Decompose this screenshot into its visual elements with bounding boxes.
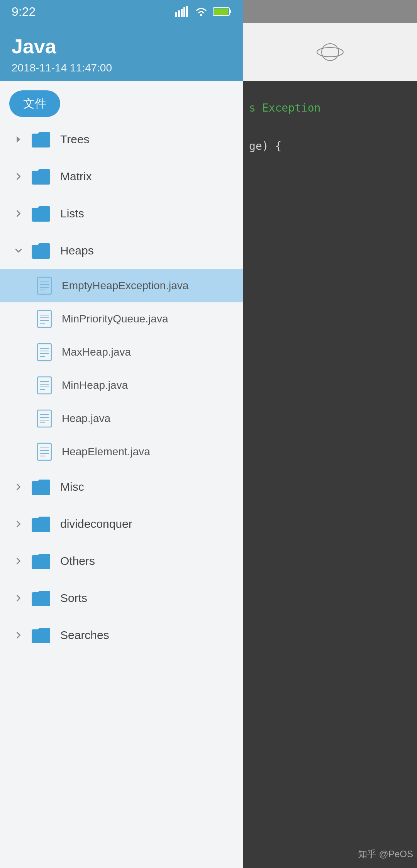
folder-icon-others xyxy=(29,549,53,573)
file-label-minpriorityqueue: MinPriorityQueue.java xyxy=(62,313,168,325)
file-label-minheap: MinHeap.java xyxy=(62,379,128,392)
svg-rect-26 xyxy=(37,377,51,394)
svg-point-10 xyxy=(317,47,343,57)
code-background: s Exception ge) { xyxy=(243,81,417,868)
folder-label-sorts: Sorts xyxy=(60,592,87,605)
folder-icon-misc xyxy=(29,475,53,498)
header-title: Java xyxy=(12,35,232,58)
planet-icon-area xyxy=(243,23,417,81)
folder-icon-divideconquer xyxy=(29,512,53,536)
watermark: 知乎 @PeOS xyxy=(358,848,413,860)
file-icon-emptyheap xyxy=(35,276,54,295)
svg-point-9 xyxy=(322,44,339,61)
folder-item-sorts[interactable]: Sorts xyxy=(0,580,243,617)
svg-rect-3 xyxy=(183,7,185,17)
folder-label-others: Others xyxy=(60,554,95,568)
file-icon-maxheap xyxy=(35,342,54,362)
folder-icon-searches xyxy=(29,624,53,647)
folder-label-trees: Trees xyxy=(60,133,90,146)
folder-item-matrix[interactable]: Matrix xyxy=(0,158,243,195)
svg-point-5 xyxy=(200,14,202,16)
folder-icon-trees xyxy=(29,128,53,151)
svg-rect-16 xyxy=(37,310,51,327)
file-badge[interactable]: 文件 xyxy=(9,90,60,117)
chevron-right-icon xyxy=(12,480,25,494)
chevron-down-icon xyxy=(12,244,25,258)
file-label-heapelement: HeapElement.java xyxy=(62,446,150,458)
folder-label-matrix: Matrix xyxy=(60,170,92,183)
chevron-right-icon xyxy=(12,591,25,605)
folder-label-misc: Misc xyxy=(60,480,84,493)
chevron-right-icon xyxy=(12,132,25,146)
folder-label-searches: Searches xyxy=(60,629,109,642)
svg-rect-2 xyxy=(181,9,183,17)
folder-item-trees[interactable]: Trees xyxy=(0,121,243,158)
chevron-right-icon xyxy=(12,207,25,220)
svg-rect-11 xyxy=(37,277,51,294)
svg-rect-36 xyxy=(37,443,51,460)
folder-item-others[interactable]: Others xyxy=(0,542,243,580)
file-item-minpriorityqueue[interactable]: MinPriorityQueue.java xyxy=(0,302,243,336)
planet-icon xyxy=(317,39,344,66)
file-icon-heap xyxy=(35,409,54,428)
folder-icon-matrix xyxy=(29,165,53,188)
app-header: Java 2018-11-14 11:47:00 xyxy=(0,23,243,86)
file-item-maxheap[interactable]: MaxHeap.java xyxy=(0,336,243,369)
svg-rect-4 xyxy=(186,6,188,17)
folder-icon-lists xyxy=(29,202,53,225)
folder-icon-sorts xyxy=(29,587,53,610)
file-item-heap[interactable]: Heap.java xyxy=(0,402,243,435)
status-time: 9:22 xyxy=(12,5,36,19)
folder-item-misc[interactable]: Misc xyxy=(0,468,243,505)
folder-item-divideconquer[interactable]: divideconquer xyxy=(0,505,243,542)
folder-item-heaps[interactable]: Heaps xyxy=(0,232,243,269)
code-text: s Exception ge) { xyxy=(243,81,417,198)
folder-item-searches[interactable]: Searches xyxy=(0,617,243,654)
signal-icon xyxy=(175,6,189,17)
svg-rect-21 xyxy=(37,344,51,361)
svg-rect-7 xyxy=(229,10,231,13)
file-item-minheap[interactable]: MinHeap.java xyxy=(0,369,243,402)
file-label-maxheap: MaxHeap.java xyxy=(62,346,131,358)
folder-label-divideconquer: divideconquer xyxy=(60,517,132,531)
file-label-emptyheap: EmptyHeapException.java xyxy=(62,280,188,292)
svg-rect-8 xyxy=(214,8,228,15)
folder-label-lists: Lists xyxy=(60,207,84,220)
chevron-right-icon xyxy=(12,170,25,183)
file-item-emptyheap[interactable]: EmptyHeapException.java xyxy=(0,269,243,302)
battery-icon xyxy=(213,7,232,17)
file-icon-minheap xyxy=(35,376,54,395)
wifi-icon xyxy=(195,6,208,17)
chevron-right-icon xyxy=(12,554,25,568)
file-tree-panel: 文件 Trees Matrix xyxy=(0,81,243,868)
file-icon-heapelement xyxy=(35,442,54,461)
svg-rect-1 xyxy=(178,10,180,17)
folder-item-lists[interactable]: Lists xyxy=(0,195,243,232)
folder-label-heaps: Heaps xyxy=(60,244,94,257)
status-icons xyxy=(175,6,232,17)
file-label-heap: Heap.java xyxy=(62,412,110,425)
file-icon-minpriorityqueue xyxy=(35,309,54,329)
svg-rect-0 xyxy=(175,12,177,17)
chevron-right-icon xyxy=(12,517,25,531)
chevron-right-icon xyxy=(12,628,25,642)
status-bar: 9:22 xyxy=(0,0,243,23)
header-date: 2018-11-14 11:47:00 xyxy=(12,62,232,74)
folder-icon-heaps xyxy=(29,239,53,262)
svg-rect-31 xyxy=(37,410,51,427)
file-item-heapelement[interactable]: HeapElement.java xyxy=(0,435,243,468)
